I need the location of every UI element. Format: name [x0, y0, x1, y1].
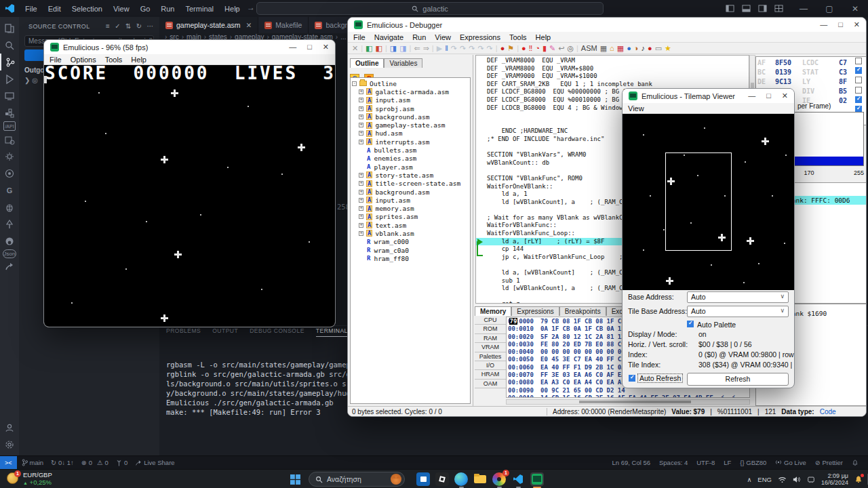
emulicious-taskbar-icon[interactable]	[530, 472, 544, 486]
scm-action-icon[interactable]: ⋯	[147, 22, 154, 30]
encoding[interactable]: UTF-8	[696, 459, 715, 466]
problems-indicator[interactable]: ⊗0⚠0	[81, 459, 108, 466]
maximize-button[interactable]: □	[766, 92, 771, 100]
maximize-button[interactable]: □	[838, 20, 843, 29]
toolbar-icon[interactable]: |	[432, 45, 434, 52]
menu-item[interactable]: Expressions	[460, 33, 500, 41]
game-window[interactable]: Emulicious - 96% (58 fps) —□✕ FileOption…	[43, 39, 336, 327]
toolbar-icon[interactable]: ◧	[366, 45, 372, 52]
menu-item[interactable]: View	[108, 3, 134, 14]
toolbar-icon[interactable]: ▦	[617, 45, 624, 52]
memory-region-button[interactable]: HRAM	[475, 370, 506, 379]
toolbar-icon[interactable]: |	[410, 45, 412, 52]
toolbar-icon[interactable]: ▦	[600, 45, 607, 52]
close-button[interactable]: ✕	[842, 4, 868, 14]
toolbar-icon[interactable]: ⇒	[423, 45, 429, 52]
pen-icon[interactable]	[807, 476, 815, 483]
wifi-icon[interactable]	[778, 476, 787, 483]
activity-explorer[interactable]	[0, 20, 19, 37]
tree-item[interactable]: +Rhram_ff80	[352, 254, 469, 262]
toolbar-icon[interactable]: ◑	[634, 45, 639, 52]
menu-item[interactable]: Run	[412, 33, 426, 41]
tree-item[interactable]: +Amemory.asm	[352, 204, 469, 212]
tab-gameplay-state[interactable]: gameplay-state.asm✕	[159, 17, 258, 33]
vscode-taskbar-icon[interactable]	[511, 472, 525, 486]
tree-item[interactable]: +Asprobj.asm	[352, 104, 469, 113]
tile-base-address-select[interactable]: Auto	[687, 306, 789, 317]
remote-indicator[interactable]: ><	[0, 456, 17, 470]
tray-expand-icon[interactable]: ∧	[747, 476, 751, 483]
activity-extensions[interactable]	[0, 104, 19, 121]
panel-tab[interactable]: PROBLEMS	[166, 327, 201, 337]
memory-tab[interactable]: Expressions	[511, 306, 559, 316]
code-line[interactable]: DEF _VRAM9000 EQU _VRAM+$1000	[476, 73, 749, 81]
toolbar-icon[interactable]: ↷	[469, 45, 475, 52]
activity-search[interactable]	[0, 37, 19, 54]
register-checkbox[interactable]	[855, 67, 862, 74]
tree-item[interactable]: +Atitle-screen-state.asm	[352, 180, 469, 188]
memory-row[interactable]: 00:00A014 CD 1C 16 CD 2E 16 AF EA 4A FF …	[508, 394, 749, 398]
outline-tree[interactable]: -Outline +Agalactic-armada.asm+Ainput.as…	[350, 77, 471, 404]
toolbar-icon[interactable]: ★	[665, 45, 671, 52]
toolbar-icon[interactable]: |	[496, 45, 498, 52]
branch-indicator[interactable]: main	[22, 459, 44, 466]
scm-action-icon[interactable]: ≡	[106, 22, 110, 30]
notification-bell[interactable]	[854, 475, 863, 483]
toolbar-icon[interactable]: ⇐	[414, 45, 420, 52]
tree-item[interactable]: +Ainput.asm	[352, 96, 469, 104]
menu-item[interactable]: Options	[71, 56, 96, 64]
minimize-button[interactable]: —	[748, 92, 755, 100]
base-address-select[interactable]: Auto	[687, 291, 789, 303]
toolbar-icon[interactable]: ↷	[460, 45, 466, 52]
register-checkbox[interactable]	[855, 87, 862, 94]
toolbar-icon[interactable]: ◎	[567, 45, 574, 52]
live-share-button[interactable]: Live Share	[135, 459, 174, 466]
tilemap-viewer-window[interactable]: Emulicious - Tilemap Viewer —□✕ View Bas…	[622, 88, 795, 388]
toolbar-icon[interactable]: ◨	[390, 45, 397, 52]
go-live-button[interactable]: Go Live	[775, 459, 806, 466]
store-icon[interactable]	[416, 472, 430, 486]
toggle-sidebar-icon[interactable]	[726, 4, 742, 13]
sync-indicator[interactable]: ↻0↓ 1↑	[51, 459, 74, 466]
tree-item[interactable]: +Abackground.asm	[352, 188, 469, 196]
volume-icon[interactable]	[793, 476, 801, 483]
toolbar-icon[interactable]: ↷	[487, 45, 493, 52]
memory-region-button[interactable]: ROM	[475, 325, 506, 333]
memory-cursor[interactable]: 79	[509, 318, 517, 325]
tree-item[interactable]: +Ainterrupts.asm	[352, 138, 469, 146]
file-explorer-icon[interactable]	[473, 472, 487, 486]
tab-outline[interactable]: Outline	[350, 58, 384, 68]
activity-codeium[interactable]	[0, 165, 19, 182]
indentation[interactable]: Spaces: 4	[659, 459, 688, 466]
toolbar-icon[interactable]: |	[576, 45, 578, 52]
edge-icon[interactable]	[454, 472, 468, 486]
toolbar-icon[interactable]: ●	[521, 45, 526, 52]
prettier-indicator[interactable]: ⊘ Prettier	[815, 459, 843, 466]
customize-layout-icon[interactable]	[774, 4, 791, 13]
toolbar-icon[interactable]: ●	[500, 45, 505, 52]
widgets-button[interactable]: 1 EUR/GBP ▲ +0,25%	[7, 471, 52, 486]
clock[interactable]: 2:09 μμ 16/6/2024	[821, 472, 848, 486]
activity-debug-adapter[interactable]	[0, 199, 19, 216]
memory-hscrollbar[interactable]	[506, 399, 750, 405]
register-row[interactable]: AF8F50 LCDCC7	[757, 58, 865, 67]
tree-item[interactable]: +Abackground.asm	[352, 113, 469, 121]
toolbar-icon[interactable]: ●	[648, 45, 652, 52]
activity-live-share[interactable]	[0, 258, 19, 275]
memory-region-button[interactable]: CPU	[475, 316, 506, 325]
memory-region-button[interactable]: RAM	[475, 334, 506, 343]
menu-item[interactable]: File	[353, 33, 366, 41]
register-row[interactable]: DE9C13 LY8F	[757, 77, 865, 86]
menu-item[interactable]: Tools	[509, 33, 527, 41]
activity-json-tools[interactable]: Json	[3, 249, 16, 258]
memory-region-button[interactable]: OAM	[475, 380, 506, 388]
minimize-button[interactable]: —	[289, 43, 296, 52]
memory-region-button[interactable]: Palettes	[475, 352, 506, 361]
toggle-panel-icon[interactable]	[742, 4, 758, 13]
debugger-titlebar[interactable]: Emulicious - Debugger —□✕	[348, 18, 866, 32]
panel-tab[interactable]: DEBUG CONSOLE	[250, 327, 304, 337]
tree-item[interactable]: +Rwram_c000	[352, 238, 469, 246]
menu-item[interactable]: Edit	[43, 3, 66, 14]
toolbar-icon[interactable]: ◨	[399, 45, 406, 52]
auto-palette-checkbox[interactable]	[687, 321, 694, 327]
